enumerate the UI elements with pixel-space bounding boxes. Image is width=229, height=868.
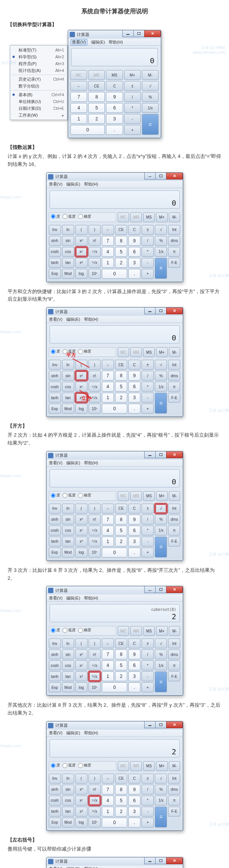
key-3[interactable]: 3 <box>128 671 140 681</box>
maximize-button[interactable] <box>156 721 166 728</box>
key-fe[interactable]: F-E <box>168 671 180 681</box>
key-neg[interactable]: ± <box>142 504 154 514</box>
key-back[interactable]: ← <box>70 81 87 91</box>
close-button[interactable] <box>166 173 183 180</box>
key-log[interactable]: log <box>75 548 87 557</box>
key-log[interactable]: log <box>75 682 87 692</box>
radio-deg[interactable]: 度 <box>51 493 60 498</box>
key-ms[interactable]: MS <box>143 491 155 501</box>
key-mr[interactable]: MR <box>130 347 142 357</box>
key-exp[interactable]: Exp <box>49 548 61 557</box>
key-cuberoot[interactable]: ³√x <box>89 807 101 816</box>
key-5[interactable]: 5 <box>115 796 127 806</box>
key-dot[interactable]: . <box>128 548 140 557</box>
key-yroot[interactable]: ʸ√x <box>89 796 101 806</box>
key-9[interactable]: 9 <box>128 371 140 381</box>
key-cuberoot[interactable]: ³√x <box>89 393 101 403</box>
minimize-button[interactable] <box>144 857 156 864</box>
close-button[interactable] <box>144 30 161 37</box>
key-dms[interactable]: dms <box>168 649 180 659</box>
radio-rad[interactable]: 弧度 <box>62 214 76 219</box>
key-dms[interactable]: dms <box>168 785 180 795</box>
key-div[interactable]: / <box>124 92 141 102</box>
key-inv[interactable]: Inv <box>49 225 61 235</box>
key-x3[interactable]: x³ <box>75 671 87 681</box>
key-mod[interactable]: Mod <box>62 548 74 557</box>
key-add[interactable]: + <box>142 548 154 557</box>
menu-edit[interactable]: 编辑(E) <box>66 317 80 322</box>
menu-edit[interactable]: 编辑(E) <box>66 181 80 187</box>
key-div[interactable]: / <box>142 236 154 246</box>
key-add[interactable]: + <box>142 818 154 827</box>
menu-help[interactable]: 帮助(H) <box>84 730 98 736</box>
key-x2[interactable]: x² <box>75 649 87 659</box>
key-sinh[interactable]: sinh <box>49 236 61 246</box>
radio-deg[interactable]: 度 <box>51 763 60 768</box>
key-dms[interactable]: dms <box>168 236 180 246</box>
key-fact[interactable]: n! <box>89 515 101 525</box>
key-9[interactable]: 9 <box>128 515 140 525</box>
minimize-button[interactable] <box>144 308 156 314</box>
key-m+[interactable]: M+ <box>156 212 168 222</box>
menu-view[interactable]: 查看(V) <box>49 866 63 868</box>
key-xy[interactable]: xʸ <box>75 660 87 670</box>
key-mr[interactable]: MR <box>130 761 142 771</box>
menu-view[interactable]: 查看(V) <box>70 39 87 45</box>
key-mminus[interactable]: M- <box>142 70 159 80</box>
key-fe[interactable]: F-E <box>168 807 180 816</box>
key-fact[interactable]: n! <box>89 785 101 795</box>
radio-rad[interactable]: 弧度 <box>62 349 76 354</box>
key-x3[interactable]: x³ <box>75 537 87 546</box>
radio-grad[interactable]: 梯度 <box>78 493 91 498</box>
key-m-[interactable]: M- <box>169 347 181 357</box>
key-ln[interactable]: ln <box>62 225 74 235</box>
key-recip[interactable]: 1/x <box>142 103 159 113</box>
key-fe[interactable]: F-E <box>168 258 180 268</box>
key-sqrt[interactable]: √ <box>155 774 167 784</box>
key-2[interactable]: 2 <box>115 393 127 403</box>
key-back[interactable]: ← <box>102 639 114 648</box>
key-2[interactable]: 2 <box>115 537 127 546</box>
key-cosh[interactable]: cosh <box>49 796 61 806</box>
key-5[interactable]: 5 <box>88 103 105 113</box>
close-button[interactable] <box>166 451 183 458</box>
key-sinh[interactable]: sinh <box>49 785 61 795</box>
key-back[interactable]: ← <box>102 504 114 514</box>
key-7[interactable]: 7 <box>102 649 114 659</box>
key-pct[interactable]: % <box>142 92 159 102</box>
key-5[interactable]: 5 <box>115 247 127 257</box>
menu-help[interactable]: 帮助(H) <box>84 317 98 322</box>
minimize-button[interactable] <box>144 451 156 458</box>
radio-deg[interactable]: 度 <box>51 628 60 633</box>
key-neg[interactable]: ± <box>142 225 154 235</box>
key-7[interactable]: 7 <box>102 515 114 525</box>
key-6[interactable]: 6 <box>128 247 140 257</box>
key-1[interactable]: 1 <box>102 807 114 816</box>
key-9[interactable]: 9 <box>128 649 140 659</box>
key-recip[interactable]: 1/x <box>155 796 167 806</box>
key-rpar[interactable]: ) <box>89 774 101 784</box>
key-mr[interactable]: MR <box>88 70 105 80</box>
key-sqrt[interactable]: √ <box>155 360 167 370</box>
maximize-button[interactable] <box>134 30 144 37</box>
key-ms[interactable]: MS <box>143 347 155 357</box>
key-c[interactable]: C <box>106 81 123 91</box>
key-add[interactable]: + <box>142 682 154 692</box>
key-ln[interactable]: ln <box>62 360 74 370</box>
close-button[interactable] <box>166 857 183 864</box>
key-tenx[interactable]: 10ˣ <box>89 818 101 827</box>
key-sin[interactable]: sin <box>62 371 74 381</box>
key-back[interactable]: ← <box>102 225 114 235</box>
radio-rad[interactable]: 弧度 <box>62 763 76 768</box>
key-rpar[interactable]: ) <box>89 225 101 235</box>
key-inv[interactable]: Inv <box>49 360 61 370</box>
radio-grad[interactable]: 梯度 <box>78 628 91 633</box>
key-0[interactable]: 0 <box>102 682 127 692</box>
key-c[interactable]: C <box>128 639 140 648</box>
key-sub[interactable]: - <box>124 114 141 124</box>
key-m-[interactable]: M- <box>169 761 181 771</box>
menu-view[interactable]: 查看(V) <box>49 595 63 601</box>
key-ms[interactable]: MS <box>143 626 155 636</box>
key-1[interactable]: 1 <box>70 114 87 124</box>
key-exp[interactable]: Exp <box>49 818 61 827</box>
